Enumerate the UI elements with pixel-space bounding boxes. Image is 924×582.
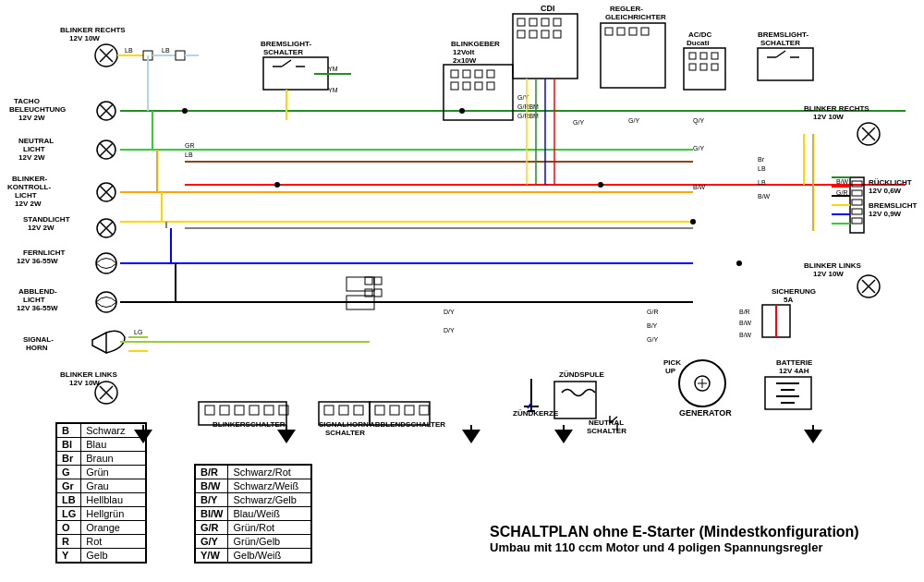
legend-label: Gelb/Weiß xyxy=(228,549,311,563)
svg-text:SIGNAL-: SIGNAL- xyxy=(23,335,54,344)
legend-code: Bl xyxy=(57,438,81,452)
title-main: SCHALTPLAN ohne E-Starter (Mindestkonfig… xyxy=(490,524,915,540)
legend-code: G xyxy=(57,466,81,479)
svg-text:12V 2W: 12V 2W xyxy=(18,114,45,122)
title-sub: Umbau mit 110 ccm Motor und 4 poligen Sp… xyxy=(490,540,915,554)
legend-code: B xyxy=(57,424,81,438)
svg-text:B/W: B/W xyxy=(836,178,849,185)
svg-text:G/Y: G/Y xyxy=(693,145,704,152)
legend-code: Y/W xyxy=(196,549,228,563)
svg-text:D/Y: D/Y xyxy=(444,309,455,315)
svg-point-220 xyxy=(736,261,742,266)
legend-code: B/Y xyxy=(196,493,228,507)
svg-text:BLINKER RECHTS: BLINKER RECHTS xyxy=(60,26,126,34)
svg-text:12V 0,6W: 12V 0,6W xyxy=(869,187,902,195)
svg-text:B/W: B/W xyxy=(739,320,752,326)
svg-text:UP: UP xyxy=(665,367,676,375)
legend-code: Y xyxy=(57,549,81,563)
svg-text:REGLER-: REGLER- xyxy=(610,5,643,13)
svg-text:BREMSLIGHT-: BREMSLIGHT- xyxy=(758,30,808,39)
legend-label: Schwarz/Weiß xyxy=(228,479,311,493)
svg-text:G/Y: G/Y xyxy=(628,117,639,124)
svg-text:HORN: HORN xyxy=(26,344,48,352)
legend-code: O xyxy=(57,521,81,535)
svg-text:BLINKER RECHTS: BLINKER RECHTS xyxy=(804,104,869,113)
legend-code: G/R xyxy=(196,521,228,535)
legend-code: B/R xyxy=(196,466,228,479)
svg-text:Br: Br xyxy=(758,156,765,163)
legend-code: Br xyxy=(57,452,81,466)
legend-label: Schwarz/Rot xyxy=(228,466,311,479)
svg-text:12Volt: 12Volt xyxy=(453,48,475,56)
svg-text:AC/DC: AC/DC xyxy=(688,30,712,39)
svg-text:LB: LB xyxy=(125,47,133,54)
svg-text:ZÜNDSPULE: ZÜNDSPULE xyxy=(559,370,605,379)
svg-text:B/W: B/W xyxy=(739,332,752,338)
legend-label: Schwarz xyxy=(81,424,146,438)
svg-text:BREMSLIGHT-: BREMSLIGHT- xyxy=(261,40,311,48)
svg-text:5A: 5A xyxy=(784,296,793,304)
svg-text:TACHO: TACHO xyxy=(14,97,40,105)
svg-point-217 xyxy=(459,108,465,114)
legend-code: R xyxy=(57,535,81,549)
diagram-container: BLINKER RECHTS 12V 10W LB LB TACHO BELEU… xyxy=(0,0,924,582)
legend-label: Rot xyxy=(81,535,146,549)
svg-text:Q/Y: Q/Y xyxy=(693,117,704,125)
svg-text:LICHT: LICHT xyxy=(15,191,37,200)
svg-text:12V 2W: 12V 2W xyxy=(15,200,42,208)
svg-text:NEUTRAL: NEUTRAL xyxy=(589,418,624,427)
legend-label: Gelb xyxy=(81,549,146,563)
svg-text:LG: LG xyxy=(134,329,142,335)
svg-text:B/R: B/R xyxy=(739,309,750,315)
svg-text:BELEUCHTUNG: BELEUCHTUNG xyxy=(9,105,66,114)
svg-text:NEUTRAL: NEUTRAL xyxy=(18,137,54,145)
legend-label: Grau xyxy=(81,479,146,493)
svg-text:LB: LB xyxy=(758,165,766,172)
svg-text:BLINKER-: BLINKER- xyxy=(12,175,48,183)
legend-label: Grün/Gelb xyxy=(228,535,311,549)
svg-text:B/Y: B/Y xyxy=(647,322,658,329)
title-area: SCHALTPLAN ohne E-Starter (Mindestkonfig… xyxy=(490,524,915,554)
svg-text:LB: LB xyxy=(162,47,170,54)
svg-text:2x10W: 2x10W xyxy=(453,56,477,65)
svg-text:PICK: PICK xyxy=(663,358,681,367)
svg-text:12V 2W: 12V 2W xyxy=(28,224,55,232)
svg-text:Ducati: Ducati xyxy=(687,39,709,47)
svg-text:12V 10W: 12V 10W xyxy=(69,34,100,42)
svg-text:LB: LB xyxy=(185,152,193,158)
svg-text:YM: YM xyxy=(328,87,338,93)
svg-text:BATTERIE: BATTERIE xyxy=(776,358,813,367)
legend-code: LB xyxy=(57,493,81,507)
legend-label: Braun xyxy=(81,452,146,466)
svg-text:ZÜNDKERZE: ZÜNDKERZE xyxy=(513,409,559,418)
svg-text:BREMSLICHT: BREMSLICHT xyxy=(869,201,918,210)
svg-text:12V 10W: 12V 10W xyxy=(69,379,100,387)
legend-label: Blau xyxy=(81,438,146,452)
svg-text:LB: LB xyxy=(758,179,766,186)
svg-text:D/Y: D/Y xyxy=(444,327,455,333)
legend-left: BSchwarz BlBlau BrBraun GGrün GrGrau LBH… xyxy=(55,422,147,564)
legend-label: Schwarz/Gelb xyxy=(228,493,311,507)
svg-point-218 xyxy=(598,182,603,188)
svg-text:12V 2W: 12V 2W xyxy=(18,153,45,162)
svg-text:B/W: B/W xyxy=(693,184,706,190)
svg-point-216 xyxy=(274,182,280,188)
svg-point-219 xyxy=(690,219,696,224)
svg-text:BLINKER LINKS: BLINKER LINKS xyxy=(60,370,117,379)
svg-text:GLEICHRICHTER: GLEICHRICHTER xyxy=(605,13,666,21)
svg-text:SCHALTER: SCHALTER xyxy=(263,48,303,56)
svg-text:G/R: G/R xyxy=(647,309,658,315)
svg-text:ABBLEND-: ABBLEND- xyxy=(18,287,57,296)
svg-point-215 xyxy=(182,108,188,114)
svg-text:LICHT: LICHT xyxy=(23,145,45,153)
svg-text:BLINKGEBER: BLINKGEBER xyxy=(451,40,500,48)
svg-text:12V 10W: 12V 10W xyxy=(813,270,844,278)
legend-label: Hellblau xyxy=(81,493,146,507)
legend-label: Grün/Rot xyxy=(228,521,311,535)
svg-text:12V 36-55W: 12V 36-55W xyxy=(17,257,58,265)
svg-text:SCHALTER: SCHALTER xyxy=(325,429,365,437)
legend-code: LG xyxy=(57,507,81,521)
svg-text:B/W: B/W xyxy=(758,193,771,200)
legend-code: Gr xyxy=(57,479,81,493)
legend-code: B/W xyxy=(196,479,228,493)
